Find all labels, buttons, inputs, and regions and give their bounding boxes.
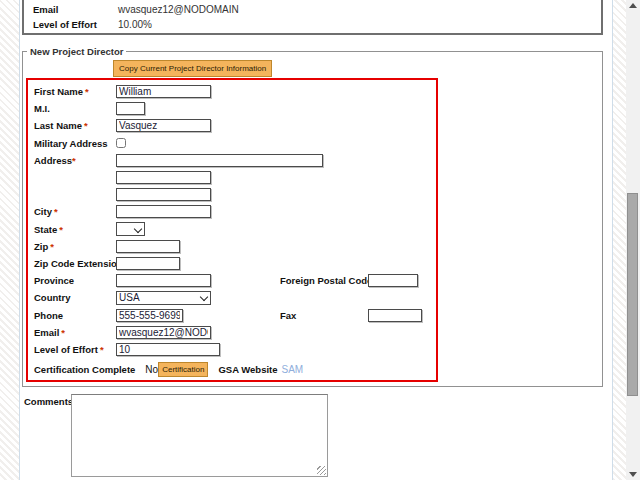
summary-loe-label: Level of Effort [33,19,118,30]
address-line1-input[interactable] [116,154,323,167]
required-asterisk: * [84,120,88,131]
last-name-label: Last Name* [34,120,116,131]
military-address-label: Military Address [34,138,116,149]
province-row: Province Foreign Postal Code [31,272,436,289]
level-of-effort-input[interactable] [116,343,220,356]
email-input[interactable] [116,326,211,339]
zip-input[interactable] [116,240,180,253]
required-asterisk: * [61,327,65,338]
first-name-label: First Name* [34,86,116,97]
address-line2-input[interactable] [116,171,211,184]
comments-textarea[interactable] [71,394,328,477]
vertical-scrollbar[interactable] [626,0,640,480]
country-label: Country [34,292,116,303]
certification-complete-label: Certification Complete [34,364,135,375]
level-of-effort-row: Level of Effort* [31,341,436,358]
phone-row: Phone Fax [31,306,436,323]
summary-email-row: Email wvasquez12@NODOMAIN [24,2,601,17]
last-name-input[interactable] [116,119,211,132]
phone-input[interactable] [116,309,183,322]
copy-current-director-button[interactable]: Copy Current Project Director Informatio… [113,60,272,77]
foreign-postal-code-pair: Foreign Postal Code [280,272,418,289]
city-row: City* [31,203,436,220]
first-name-input[interactable] [116,85,211,98]
fax-pair: Fax [280,306,422,323]
city-input[interactable] [116,205,211,218]
mi-label: M.I. [34,103,116,114]
comments-label: Comments [24,394,71,477]
state-select[interactable] [116,222,145,236]
sam-link[interactable]: SAM [282,364,304,375]
province-input[interactable] [116,274,211,287]
mi-row: M.I. [31,100,436,117]
province-label: Province [34,275,116,286]
required-asterisk: * [85,86,89,97]
state-label: State* [34,224,116,235]
zip-row: Zip* [31,238,436,255]
country-row: Country USA [31,289,436,306]
address2-row [31,169,436,186]
zip-ext-label: Zip Code Extension [34,258,116,269]
military-address-checkbox[interactable] [116,138,126,148]
foreign-postal-code-label: Foreign Postal Code [280,275,368,286]
scroll-down-icon[interactable] [629,472,637,477]
last-name-row: Last Name* [31,117,436,134]
content-column: Email wvasquez12@NODOMAIN Level of Effor… [19,0,613,480]
copy-button-row: Copy Current Project Director Informatio… [113,60,602,77]
fieldset-legend: New Project Director [27,46,126,57]
new-director-form: First Name* M.I. Last Name* Military Add… [26,78,438,382]
summary-loe-row: Level of Effort 10.00% [24,17,601,32]
address1-row: Address* [31,152,436,169]
fax-input[interactable] [368,309,422,322]
scroll-up-icon[interactable] [629,3,637,8]
summary-email-label: Email [33,4,118,15]
certification-status: No [145,364,158,375]
zip-ext-input[interactable] [116,257,180,270]
scrollbar-thumb[interactable] [627,193,638,396]
summary-loe-value: 10.00% [118,19,152,30]
certification-row: Certification Complete No Certification … [31,360,436,378]
email-label: Email* [34,327,116,338]
military-address-row: Military Address [31,135,436,152]
required-asterisk: * [72,155,76,166]
comments-section: Comments [24,394,612,477]
address-label: Address* [34,155,116,166]
certification-button[interactable]: Certification [158,362,208,377]
level-of-effort-label: Level of Effort* [34,344,116,355]
zip-label: Zip* [34,241,116,252]
address-line3-input[interactable] [116,188,211,201]
gsa-website-label: GSA Website [218,364,277,375]
city-label: City* [34,206,116,217]
country-select-wrap: USA [116,291,211,305]
email-row: Email* [31,324,436,341]
current-director-summary: Email wvasquez12@NODOMAIN Level of Effor… [22,0,603,35]
state-row: State* [31,221,436,238]
comments-textarea-wrap [71,394,328,477]
summary-email-value: wvasquez12@NODOMAIN [118,4,239,15]
new-project-director-fieldset: New Project Director Copy Current Projec… [22,46,603,387]
mi-input[interactable] [116,102,145,115]
required-asterisk: * [54,206,58,217]
page: Email wvasquez12@NODOMAIN Level of Effor… [0,0,640,480]
required-asterisk: * [59,224,63,235]
first-name-row: First Name* [31,83,436,100]
foreign-postal-code-input[interactable] [368,274,418,287]
required-asterisk: * [100,344,104,355]
state-select-wrap [116,222,145,236]
country-select[interactable]: USA [116,291,211,305]
required-asterisk: * [50,241,54,252]
fax-label: Fax [280,310,368,321]
address3-row [31,186,436,203]
phone-label: Phone [34,310,116,321]
zip-ext-row: Zip Code Extension [31,255,436,272]
